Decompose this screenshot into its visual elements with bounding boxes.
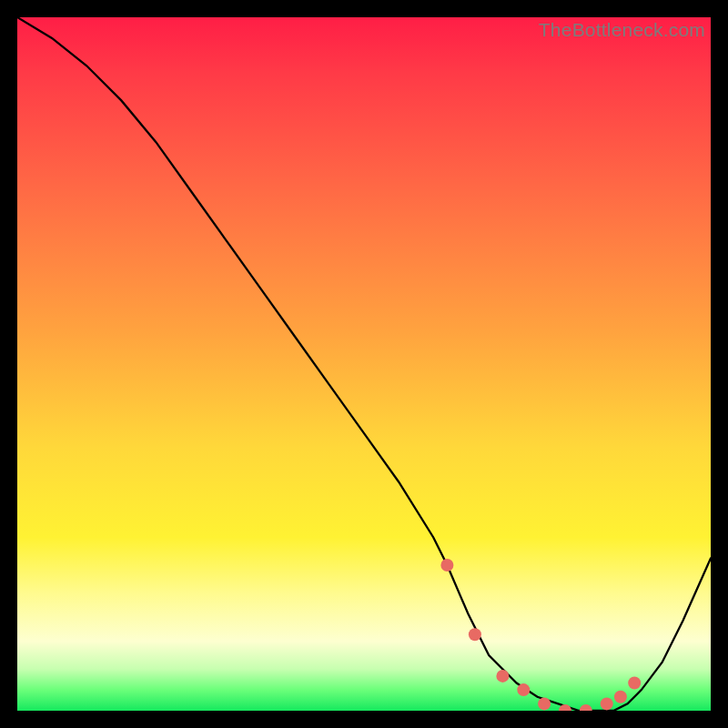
highlight-dot	[580, 704, 592, 711]
chart-plot-area: TheBottleneck.com	[17, 17, 711, 711]
highlight-dot	[538, 697, 551, 710]
highlight-dot	[614, 691, 627, 703]
highlight-dot	[628, 677, 641, 690]
chart-frame: TheBottleneck.com	[0, 0, 728, 728]
highlight-dot	[440, 559, 453, 571]
chart-svg	[17, 17, 711, 711]
highlight-dots	[440, 559, 641, 711]
highlight-dot	[601, 697, 613, 710]
highlight-dot	[517, 683, 530, 696]
bottleneck-curve	[17, 17, 711, 711]
highlight-dot	[496, 670, 509, 682]
highlight-dot	[469, 628, 481, 641]
